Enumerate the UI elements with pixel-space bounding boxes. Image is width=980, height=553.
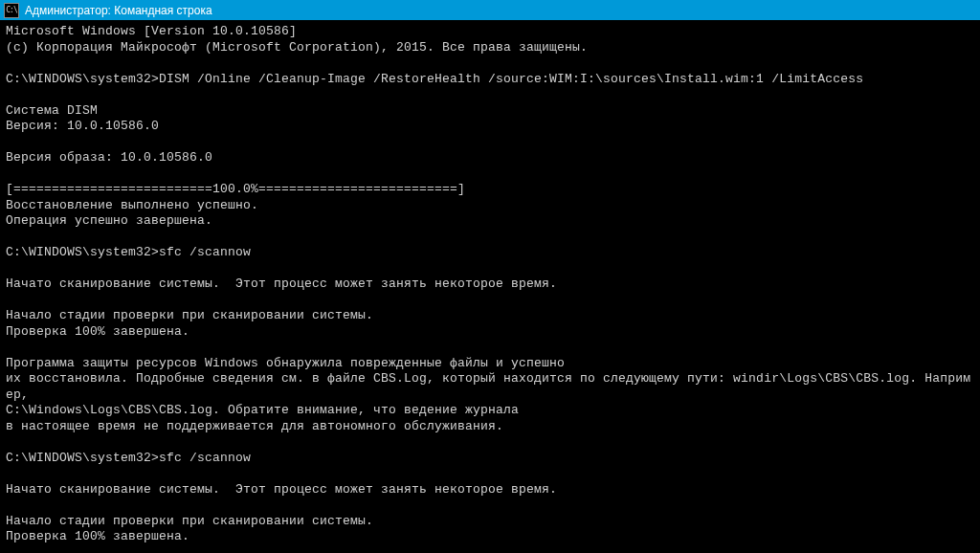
terminal-line xyxy=(6,545,974,554)
cmd-icon: C:\ xyxy=(4,3,19,18)
terminal-line xyxy=(6,293,974,309)
terminal-line: в настоящее время не поддерживается для … xyxy=(6,419,974,435)
terminal-line: Начато сканирование системы. Этот процес… xyxy=(6,482,974,498)
terminal-line: C:\WINDOWS\system32>sfc /scannow xyxy=(6,245,974,261)
terminal-line: Начало стадии проверки при сканировании … xyxy=(6,514,974,530)
terminal-line xyxy=(6,135,974,151)
terminal-output[interactable]: Microsoft Windows [Version 10.0.10586](c… xyxy=(0,20,980,553)
terminal-line: (c) Корпорация Майкрософт (Microsoft Cor… xyxy=(6,40,974,56)
terminal-line: Версия: 10.0.10586.0 xyxy=(6,119,974,135)
window-title: Администратор: Командная строка xyxy=(25,4,212,17)
terminal-line: Microsoft Windows [Version 10.0.10586] xyxy=(6,24,974,40)
terminal-line: Восстановление выполнено успешно. xyxy=(6,198,974,214)
terminal-line: C:\Windows\Logs\CBS\CBS.log. Обратите вн… xyxy=(6,403,974,419)
terminal-line: C:\WINDOWS\system32>sfc /scannow xyxy=(6,451,974,467)
terminal-line xyxy=(6,434,974,451)
terminal-line xyxy=(6,498,974,514)
terminal-line: Начало стадии проверки при сканировании … xyxy=(6,308,974,324)
terminal-line: Проверка 100% завершена. xyxy=(6,324,974,341)
terminal-line: Cистема DISM xyxy=(6,103,974,120)
terminal-line xyxy=(6,55,974,72)
terminal-line: C:\WINDOWS\system32>DISM /Online /Cleanu… xyxy=(6,72,974,88)
terminal-line: Программа защиты ресурсов Windows обнару… xyxy=(6,356,974,372)
terminal-line: Операция успешно завершена. xyxy=(6,213,974,230)
titlebar[interactable]: C:\ Администратор: Командная строка xyxy=(0,0,980,20)
terminal-line: Проверка 100% завершена. xyxy=(6,529,974,545)
terminal-line xyxy=(6,466,974,482)
terminal-line: [==========================100.0%=======… xyxy=(6,182,974,198)
terminal-line xyxy=(6,261,974,277)
terminal-line: их восстановила. Подробные сведения см. … xyxy=(6,371,974,403)
terminal-line: Версия образа: 10.0.10586.0 xyxy=(6,150,974,166)
terminal-line xyxy=(6,340,974,356)
terminal-line xyxy=(6,166,974,183)
terminal-line xyxy=(6,230,974,246)
terminal-line: Начато сканирование системы. Этот процес… xyxy=(6,276,974,293)
terminal-line xyxy=(6,87,974,103)
